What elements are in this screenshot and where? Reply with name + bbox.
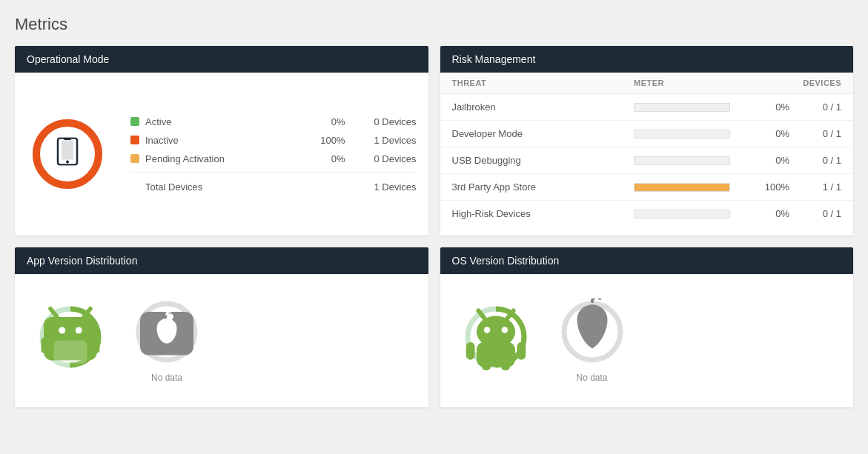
legend-row-pending: Pending Activation 0% 0 Devices xyxy=(130,153,417,164)
svg-point-12 xyxy=(76,327,82,334)
total-label: Total Devices xyxy=(130,181,357,193)
phone-icon xyxy=(56,138,79,171)
os-android-circle xyxy=(463,304,529,370)
risk-row-appstore: 3rd Party App Store 100% 1 / 1 xyxy=(440,174,854,201)
os-ios-circle xyxy=(559,298,626,365)
app-version-card: App Version Distribution xyxy=(15,247,428,407)
app-android-item xyxy=(37,304,104,378)
inactive-devices: 1 Devices xyxy=(357,135,417,146)
svg-rect-28 xyxy=(517,342,526,360)
risk-column-headers: THREAT METER DEVICES xyxy=(440,73,854,94)
svg-rect-3 xyxy=(62,141,73,160)
pending-devices: 0 Devices xyxy=(357,153,417,164)
meter-developer xyxy=(634,130,752,138)
os-android-item xyxy=(463,304,529,378)
pct-jailbroken: 0% xyxy=(752,101,789,113)
meter-jailbroken xyxy=(634,103,752,112)
pending-dot xyxy=(130,154,139,163)
risk-row-usb: USB Debugging 0% 0 / 1 xyxy=(440,147,854,174)
risk-row-highrisk: High-Risk Devices 0% 0 / 1 xyxy=(440,201,854,227)
svg-rect-15 xyxy=(54,341,87,364)
app-version-header: App Version Distribution xyxy=(15,247,428,274)
devices-appstore: 1 / 1 xyxy=(789,181,841,193)
svg-rect-29 xyxy=(482,364,491,370)
os-version-card: OS Version Distribution xyxy=(440,247,854,407)
svg-rect-26 xyxy=(476,342,514,367)
col-meter: METER xyxy=(634,79,752,87)
inactive-label: Inactive xyxy=(145,135,320,146)
devices-usb: 0 / 1 xyxy=(789,155,841,166)
inactive-pct: 100% xyxy=(320,135,357,146)
total-row: Total Devices 1 Devices xyxy=(130,178,417,193)
meter-usb xyxy=(634,156,752,165)
legend-table: Active 0% 0 Devices Inactive 100% 1 Devi… xyxy=(130,116,417,193)
col-devices: DEVICES xyxy=(789,79,841,87)
svg-point-25 xyxy=(501,327,508,333)
pct-usb: 0% xyxy=(752,155,789,166)
donut-chart xyxy=(27,113,108,195)
threat-developer: Developer Mode xyxy=(452,128,635,139)
threat-jailbroken: Jailbroken xyxy=(452,101,635,113)
svg-point-24 xyxy=(483,327,490,333)
app-ios-circle xyxy=(133,298,200,365)
dashboard-grid: Operational Mode xyxy=(15,46,853,407)
risk-row-jailbroken: Jailbroken 0% 0 / 1 xyxy=(440,94,854,121)
svg-rect-27 xyxy=(466,342,474,360)
operational-mode-body: Active 0% 0 Devices Inactive 100% 1 Devi… xyxy=(15,73,428,236)
page-title: Metrics xyxy=(15,15,853,34)
svg-line-10 xyxy=(84,309,90,317)
risk-management-card: Risk Management THREAT METER DEVICES Jai… xyxy=(440,46,854,236)
app-android-circle xyxy=(37,304,104,370)
active-devices: 0 Devices xyxy=(357,116,417,127)
os-version-header: OS Version Distribution xyxy=(440,247,854,274)
svg-point-11 xyxy=(59,327,65,334)
svg-line-22 xyxy=(478,310,485,319)
pct-developer: 0% xyxy=(752,128,789,139)
inactive-dot xyxy=(130,136,139,144)
meter-appstore xyxy=(634,183,752,192)
legend-row-active: Active 0% 0 Devices xyxy=(130,116,417,127)
app-ios-item: No data xyxy=(133,298,200,383)
pending-pct: 0% xyxy=(320,153,357,164)
os-ios-item: No data xyxy=(559,298,626,383)
os-ios-label: No data xyxy=(576,373,607,383)
app-version-body: No data xyxy=(15,274,428,407)
threat-highrisk: High-Risk Devices xyxy=(452,208,635,219)
app-ios-label: No data xyxy=(151,373,182,383)
risk-row-developer: Developer Mode 0% 0 / 1 xyxy=(440,121,854,147)
legend-divider xyxy=(130,172,417,173)
devices-jailbroken: 0 / 1 xyxy=(789,101,841,113)
legend-row-inactive: Inactive 100% 1 Devices xyxy=(130,135,417,146)
risk-management-header: Risk Management xyxy=(440,46,854,73)
pct-appstore: 100% xyxy=(752,181,789,193)
svg-line-23 xyxy=(506,310,513,319)
devices-highrisk: 0 / 1 xyxy=(789,208,841,219)
svg-point-4 xyxy=(66,161,69,164)
threat-usb: USB Debugging xyxy=(452,155,635,166)
pending-label: Pending Activation xyxy=(145,153,320,164)
operational-mode-card: Operational Mode xyxy=(15,46,428,236)
risk-management-body: THREAT METER DEVICES Jailbroken 0% 0 / 1… xyxy=(440,73,854,227)
threat-appstore: 3rd Party App Store xyxy=(452,181,635,193)
os-version-body: No data xyxy=(440,274,854,407)
svg-rect-30 xyxy=(501,364,510,370)
active-dot xyxy=(130,117,139,126)
pct-highrisk: 0% xyxy=(752,208,789,219)
meter-highrisk xyxy=(634,210,752,218)
operational-mode-header: Operational Mode xyxy=(15,46,428,73)
total-devices: 1 Devices xyxy=(357,181,417,193)
col-threat: THREAT xyxy=(452,79,635,87)
svg-line-9 xyxy=(50,309,57,317)
active-pct: 0% xyxy=(320,116,357,127)
active-label: Active xyxy=(145,116,320,127)
devices-developer: 0 / 1 xyxy=(789,128,841,139)
